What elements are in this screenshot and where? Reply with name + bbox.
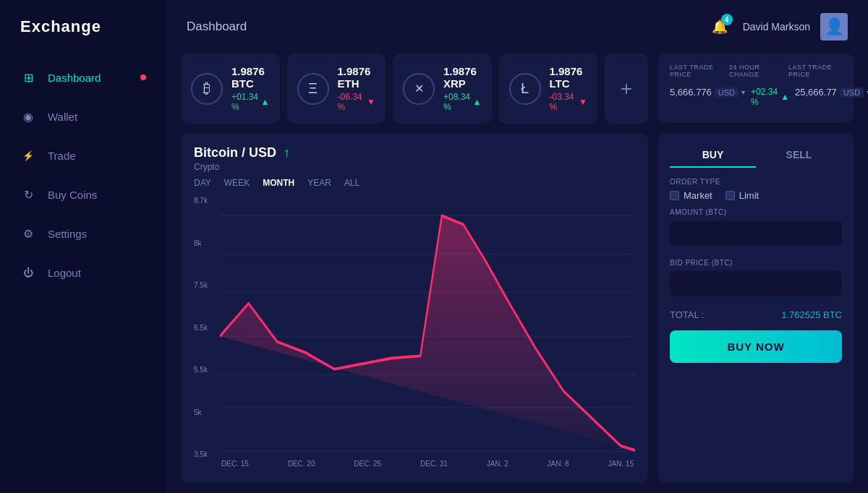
main-content: Dashboard 🔔 4 David Markson 👤 ₿ 1.9876 B… (166, 0, 868, 493)
total-label: TOTAL : (670, 309, 704, 320)
total-value: 1.762525 BTC (781, 309, 842, 320)
sidebar: Exchange ⊞ Dashboard ◉ Wallet ⚡ Trade ↻ … (0, 0, 166, 493)
total-row: TOTAL : 1.762525 BTC (670, 309, 842, 320)
market-radio[interactable] (670, 191, 679, 200)
limit-radio[interactable] (726, 191, 735, 200)
btc-value: 1.9876 BTC (231, 65, 270, 90)
buy-sell-tabs: BUY SELL (670, 143, 842, 168)
ltc-info: 1.9876 LTC -03.34 % ▼ (550, 65, 588, 112)
last-trade-label2: LAST TRADE PRICE (788, 64, 842, 78)
x-label-1: DEC. 15 (221, 460, 249, 468)
market-option[interactable]: Market (670, 190, 712, 201)
sidebar-label-dashboard: Dashboard (48, 72, 101, 84)
user-name: David Markson (743, 21, 810, 33)
hour-change-label: 24 HOUR CHANGE (729, 64, 783, 78)
sidebar-item-wallet[interactable]: ◉ Wallet (0, 97, 166, 136)
btc-info: 1.9876 BTC +01.34 % ▲ (231, 65, 270, 112)
y-axis: 8.7k 8k 7.5k 6.5k 5.5k 5k 3.5k (194, 194, 220, 471)
chart-content: 8.7k 8k 7.5k 6.5k 5.5k 5k 3.5k (194, 194, 635, 471)
x-label-5: JAN. 2 (487, 460, 509, 468)
eth-change: -06.34 % ▼ (338, 92, 376, 112)
ltc-icon: Ł (509, 73, 541, 105)
sidebar-label-logout: Logout (48, 267, 81, 279)
tab-sell[interactable]: SELL (756, 143, 842, 168)
sidebar-item-logout[interactable]: ⏻ Logout (0, 253, 166, 292)
coin-card-xrp[interactable]: ✕ 1.9876 XRP +08.34 % ▲ (393, 53, 492, 124)
sidebar-label-settings: Settings (48, 228, 87, 240)
header-right: 🔔 4 David Markson 👤 (707, 13, 848, 40)
xrp-value: 1.9876 XRP (443, 65, 482, 90)
xrp-change: +08.34 % ▲ (443, 92, 482, 112)
header: Dashboard 🔔 4 David Markson 👤 (166, 0, 868, 53)
sidebar-item-buy-coins[interactable]: ↻ Buy Coins (0, 175, 166, 214)
x-label-3: DEC. 25 (354, 460, 381, 468)
x-label-6: JAN. 8 (548, 460, 569, 468)
y-label-2: 8k (194, 239, 216, 247)
sidebar-item-settings[interactable]: ⚙ Settings (0, 214, 166, 253)
y-label-5: 5.5k (194, 366, 216, 374)
xrp-icon: ✕ (403, 73, 435, 105)
right-panel: LAST TRADE PRICE 24 HOUR CHANGE LAST TRA… (658, 53, 854, 483)
tab-week[interactable]: WEEK (224, 178, 250, 188)
y-label-1: 8.7k (194, 197, 216, 205)
limit-option[interactable]: Limit (726, 190, 759, 201)
market-label: Market (684, 190, 712, 201)
col-last-trade-val: 5,666.776 USD ▾ (670, 87, 745, 107)
sidebar-item-trade[interactable]: ⚡ Trade (0, 136, 166, 175)
coin-cards: ₿ 1.9876 BTC +01.34 % ▲ Ξ 1.9876 ETH -0 (181, 53, 648, 124)
last-trade-label: LAST TRADE PRICE (670, 64, 723, 78)
y-label-4: 6.5k (194, 324, 216, 332)
trade-info-headers: LAST TRADE PRICE 24 HOUR CHANGE LAST TRA… (670, 64, 842, 81)
coin-card-ltc[interactable]: Ł 1.9876 LTC -03.34 % ▼ (499, 53, 598, 124)
amount-label: AMOUNT (BTC) (670, 208, 842, 216)
last-trade-value: 5,666.776 USD ▾ (670, 87, 745, 98)
currency-dropdown[interactable]: ▾ (741, 88, 745, 96)
chart-trend-icon: ↑ (284, 145, 290, 160)
notification-bell[interactable]: 🔔 4 (707, 14, 733, 40)
chart-type: Crypto (194, 162, 635, 172)
ltc-change: -03.34 % ▼ (550, 92, 588, 112)
left-panel: ₿ 1.9876 BTC +01.34 % ▲ Ξ 1.9876 ETH -0 (181, 53, 658, 483)
y-label-7: 3.5k (194, 450, 216, 458)
tab-year[interactable]: YEAR (307, 178, 331, 188)
y-label-6: 5k (194, 408, 216, 416)
y-label-3: 7.5k (194, 281, 216, 289)
sidebar-item-dashboard[interactable]: ⊞ Dashboard (0, 58, 166, 97)
col-hour-change-val: +02.34 % ▲ (751, 87, 789, 107)
content-area: ₿ 1.9876 BTC +01.34 % ▲ Ξ 1.9876 ETH -0 (166, 53, 868, 493)
add-coin-button[interactable]: + (605, 53, 648, 124)
limit-label: Limit (739, 190, 759, 201)
wallet-icon: ◉ (20, 108, 36, 124)
chart-tabs: DAY WEEK MONTH YEAR ALL (194, 178, 635, 188)
eth-icon: Ξ (297, 73, 329, 105)
tab-month[interactable]: MONTH (263, 178, 294, 188)
coin-card-btc[interactable]: ₿ 1.9876 BTC +01.34 % ▲ (181, 53, 280, 124)
eth-value: 1.9876 ETH (338, 65, 376, 90)
settings-icon: ⚙ (20, 226, 36, 241)
col-last-trade2: LAST TRADE PRICE (788, 64, 842, 81)
eth-info: 1.9876 ETH -06.34 % ▼ (338, 65, 376, 112)
logout-icon: ⏻ (20, 265, 36, 280)
chart-svg-wrapper: DEC. 15 DEC. 20 DEC. 25 DEC. 31 JAN. 2 J… (220, 194, 635, 471)
active-dot (140, 74, 146, 80)
tab-all[interactable]: ALL (344, 178, 359, 188)
sidebar-label-trade: Trade (48, 150, 76, 162)
x-label-7: JAN. 15 (608, 460, 634, 468)
tab-day[interactable]: DAY (194, 178, 211, 188)
buy-sell-panel: BUY SELL ORDER TYPE Market Limit AMOUNT … (658, 133, 854, 483)
btc-change: +01.34 % ▲ (231, 92, 270, 112)
user-avatar: 👤 (820, 13, 848, 40)
amount-input[interactable] (670, 220, 842, 246)
x-label-4: DEC. 31 (420, 460, 448, 468)
col-hour-change: 24 HOUR CHANGE (729, 64, 783, 81)
trade-info: LAST TRADE PRICE 24 HOUR CHANGE LAST TRA… (658, 53, 854, 123)
bid-price-input[interactable] (670, 271, 842, 296)
trade-icon: ⚡ (20, 147, 36, 163)
coin-card-eth[interactable]: Ξ 1.9876 ETH -06.34 % ▼ (287, 53, 386, 124)
buy-now-button[interactable]: BUY NOW (670, 330, 842, 363)
price-chart (220, 194, 635, 457)
notification-badge: 4 (721, 14, 733, 25)
x-label-2: DEC. 20 (288, 460, 315, 468)
x-axis: DEC. 15 DEC. 20 DEC. 25 DEC. 31 JAN. 2 J… (220, 460, 635, 468)
tab-buy[interactable]: BUY (670, 143, 756, 168)
